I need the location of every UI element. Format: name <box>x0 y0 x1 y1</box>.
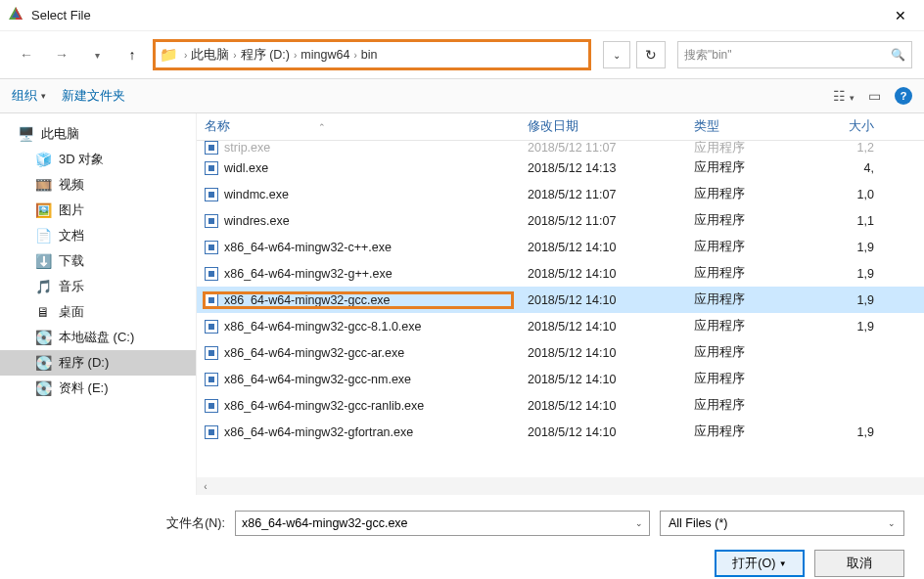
search-input[interactable] <box>684 48 891 62</box>
content-area: 名称⌃ 修改日期 类型 大小 strip.exe 2018/5/12 11:07… <box>196 113 924 495</box>
drive-icon: 💽 <box>35 330 51 345</box>
sidebar-item-drive-d[interactable]: 💽程序 (D:) <box>0 350 196 376</box>
breadcrumb[interactable]: 📁 › 此电脑 › 程序 (D:) › mingw64 › bin <box>153 39 591 70</box>
sidebar-item-drive-c[interactable]: 💽本地磁盘 (C:) <box>0 325 196 350</box>
refresh-button[interactable]: ↻ <box>636 41 666 68</box>
drive-icon: 💽 <box>35 380 51 396</box>
exe-icon <box>205 188 218 201</box>
sidebar-item-pictures[interactable]: 🖼️图片 <box>0 198 196 223</box>
file-row[interactable]: x86_64-w64-mingw32-gcc-ar.exe 2018/5/12 … <box>197 339 924 366</box>
sidebar-item-3dobjects[interactable]: 🧊3D 对象 <box>0 147 196 172</box>
video-icon: 🎞️ <box>35 177 51 193</box>
exe-icon <box>205 161 218 175</box>
filename-label: 文件名(N): <box>20 515 225 532</box>
breadcrumb-drive[interactable]: 程序 (D:) <box>241 47 290 64</box>
chevron-down-icon: ⌄ <box>888 518 896 528</box>
column-header-date[interactable]: 修改日期 <box>520 118 686 135</box>
exe-icon <box>205 141 218 155</box>
document-icon: 📄 <box>35 228 51 244</box>
cancel-button[interactable]: 取消 <box>814 550 904 577</box>
column-header-size[interactable]: 大小 <box>823 118 882 135</box>
drive-icon: 💽 <box>35 355 51 371</box>
exe-icon <box>205 267 218 281</box>
up-button[interactable]: ↑ <box>117 41 147 68</box>
breadcrumb-folder[interactable]: mingw64 <box>300 48 349 62</box>
search-icon[interactable]: 🔍 <box>891 48 905 62</box>
toolbar: 组织▾ 新建文件夹 ☷ ▾ ▭ ? <box>0 78 924 113</box>
file-type-filter[interactable]: All Files (*)⌄ <box>660 511 904 536</box>
recent-dropdown[interactable]: ▾ <box>82 41 112 68</box>
scroll-left-icon[interactable]: ‹ <box>197 481 214 492</box>
view-options-icon[interactable]: ☷ ▾ <box>833 88 855 104</box>
file-row[interactable]: x86_64-w64-mingw32-gcc.exe 2018/5/12 14:… <box>197 287 924 313</box>
file-row[interactable]: strip.exe 2018/5/12 11:07应用程序1,2 <box>197 141 924 155</box>
cube-icon: 🧊 <box>35 152 51 167</box>
file-row[interactable]: windmc.exe 2018/5/12 11:07应用程序1,0 <box>197 181 924 207</box>
sort-indicator-icon: ⌃ <box>318 122 326 132</box>
sidebar-item-desktop[interactable]: 🖥桌面 <box>0 299 196 325</box>
organize-button[interactable]: 组织▾ <box>12 88 46 105</box>
titlebar: Select File ✕ <box>0 0 924 31</box>
file-row[interactable]: x86_64-w64-mingw32-c++.exe 2018/5/12 14:… <box>197 234 924 260</box>
breadcrumb-folder[interactable]: bin <box>361 48 378 62</box>
back-button[interactable]: ← <box>12 41 41 68</box>
exe-icon <box>205 346 218 360</box>
chevron-right-icon: › <box>184 50 187 61</box>
exe-icon <box>205 373 218 386</box>
chevron-right-icon: › <box>353 50 356 61</box>
download-icon: ⬇️ <box>35 253 51 269</box>
exe-icon <box>205 425 218 439</box>
open-button[interactable]: 打开(O) ▼ <box>715 550 805 577</box>
breadcrumb-dropdown[interactable]: ⌄ <box>603 41 630 68</box>
chevron-down-icon: ⌄ <box>635 518 643 528</box>
sidebar-item-thispc[interactable]: 🖥️此电脑 <box>0 121 196 147</box>
file-row[interactable]: x86_64-w64-mingw32-g++.exe 2018/5/12 14:… <box>197 260 924 287</box>
close-button[interactable]: ✕ <box>885 8 916 23</box>
pc-icon: 🖥️ <box>18 126 33 142</box>
exe-icon <box>205 399 218 413</box>
window-title: Select File <box>31 8 885 22</box>
breadcrumb-root[interactable]: 此电脑 <box>191 47 229 64</box>
exe-icon <box>205 214 218 228</box>
main-area: 🖥️此电脑 🧊3D 对象 🎞️视频 🖼️图片 📄文档 ⬇️下载 🎵音乐 🖥桌面 … <box>0 113 924 495</box>
sidebar-item-documents[interactable]: 📄文档 <box>0 223 196 248</box>
new-folder-button[interactable]: 新建文件夹 <box>62 88 125 105</box>
picture-icon: 🖼️ <box>35 202 51 218</box>
navigation-bar: ← → ▾ ↑ 📁 › 此电脑 › 程序 (D:) › mingw64 › bi… <box>0 31 924 78</box>
file-row[interactable]: x86_64-w64-mingw32-gfortran.exe 2018/5/1… <box>197 419 924 445</box>
exe-icon <box>205 320 218 334</box>
sidebar-item-downloads[interactable]: ⬇️下载 <box>0 248 196 274</box>
exe-icon <box>205 241 218 254</box>
folder-icon: 📁 <box>160 46 178 64</box>
music-icon: 🎵 <box>35 279 51 294</box>
preview-pane-icon[interactable]: ▭ <box>868 88 881 104</box>
app-icon <box>8 6 23 24</box>
search-box[interactable]: 🔍 <box>677 41 912 68</box>
desktop-icon: 🖥 <box>35 304 51 320</box>
horizontal-scrollbar[interactable]: ‹ <box>197 477 924 495</box>
forward-button[interactable]: → <box>47 41 76 68</box>
help-icon[interactable]: ? <box>895 87 912 105</box>
sidebar: 🖥️此电脑 🧊3D 对象 🎞️视频 🖼️图片 📄文档 ⬇️下载 🎵音乐 🖥桌面 … <box>0 113 196 495</box>
bottom-panel: 文件名(N): x86_64-w64-mingw32-gcc.exe⌄ All … <box>0 495 924 579</box>
column-header-name[interactable]: 名称⌃ <box>197 118 520 135</box>
file-list[interactable]: strip.exe 2018/5/12 11:07应用程序1,2 widl.ex… <box>197 141 924 477</box>
column-header-row: 名称⌃ 修改日期 类型 大小 <box>197 113 924 141</box>
filename-input[interactable]: x86_64-w64-mingw32-gcc.exe⌄ <box>235 511 650 536</box>
file-row[interactable]: x86_64-w64-mingw32-gcc-ranlib.exe 2018/5… <box>197 392 924 419</box>
chevron-right-icon: › <box>294 50 297 61</box>
sidebar-item-videos[interactable]: 🎞️视频 <box>0 172 196 198</box>
column-header-type[interactable]: 类型 <box>686 118 823 135</box>
exe-icon <box>205 293 218 307</box>
sidebar-item-drive-e[interactable]: 💽资料 (E:) <box>0 376 196 401</box>
file-row[interactable]: x86_64-w64-mingw32-gcc-nm.exe 2018/5/12 … <box>197 366 924 392</box>
file-row[interactable]: x86_64-w64-mingw32-gcc-8.1.0.exe 2018/5/… <box>197 313 924 339</box>
file-row[interactable]: widl.exe 2018/5/12 14:13应用程序4, <box>197 155 924 181</box>
chevron-right-icon: › <box>233 50 236 61</box>
file-row[interactable]: windres.exe 2018/5/12 11:07应用程序1,1 <box>197 207 924 234</box>
sidebar-item-music[interactable]: 🎵音乐 <box>0 274 196 299</box>
